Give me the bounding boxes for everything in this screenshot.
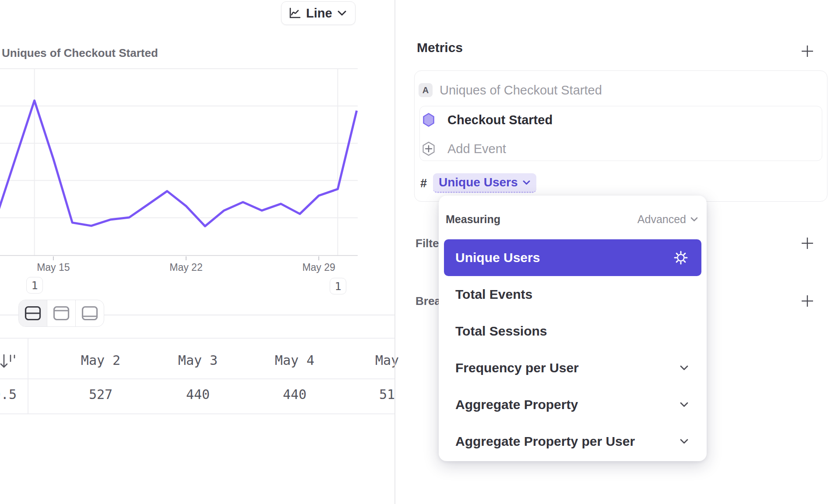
gear-icon[interactable] [673, 250, 688, 265]
sort-icon[interactable] [0, 352, 18, 371]
measuring-option-label: Aggregate Property per User [455, 434, 635, 449]
layout-top-button[interactable] [47, 300, 75, 326]
aggregation-value: Unique Users [439, 175, 518, 189]
table-cell-value: 527 [89, 387, 113, 402]
layout-toggle [18, 300, 104, 327]
chevron-down-icon [680, 439, 688, 444]
line-chart: May 15May 22May 29 [0, 0, 398, 289]
x-axis-label: May 15 [37, 262, 70, 273]
layout-split-button[interactable] [19, 300, 47, 326]
event-name[interactable]: Checkout Started [447, 113, 553, 127]
layout-bottom-button[interactable] [75, 300, 104, 326]
table-row-border [0, 413, 395, 414]
table-cell-value: 440 [186, 387, 210, 402]
annotation-count: 1 [335, 280, 341, 293]
x-axis-label: May 22 [169, 262, 202, 273]
metric-card-title[interactable]: Uniques of Checkout Started [440, 83, 602, 97]
advanced-label: Advanced [637, 213, 686, 226]
aggregation-dropdown[interactable]: Unique Users [433, 173, 536, 193]
add-metric-button[interactable] [800, 44, 815, 59]
measuring-menu: Unique UsersTotal EventsTotal SessionsFr… [444, 239, 701, 460]
chevron-down-icon [680, 365, 688, 371]
measuring-label: Measuring [446, 213, 500, 226]
add-breakdown-button[interactable] [800, 294, 815, 308]
chevron-down-icon [523, 180, 530, 185]
line-chart-canvas [0, 0, 398, 289]
metrics-section-title: Metrics [417, 40, 463, 55]
measuring-option-label: Total Sessions [455, 324, 547, 339]
measuring-option-total-events[interactable]: Total Events [444, 276, 701, 313]
measuring-option-aggregate-property-per-user[interactable]: Aggregate Property per User [444, 423, 701, 460]
split-view-icon [25, 306, 41, 321]
x-axis-label: May 29 [302, 262, 335, 273]
plus-icon [800, 44, 814, 58]
panel-divider [394, 0, 395, 504]
measuring-option-frequency-per-user[interactable]: Frequency per User [444, 350, 701, 386]
chevron-down-icon [690, 217, 698, 222]
add-filter-button[interactable] [800, 236, 815, 251]
table-column-header[interactable]: May 4 [275, 353, 314, 368]
table-column-header[interactable]: May 3 [178, 353, 218, 368]
bottom-view-icon [81, 306, 98, 321]
table-row-label: 0.5 [0, 387, 17, 402]
aggregation-hash-prefix: # [420, 177, 427, 190]
event-hexagon-icon [423, 113, 434, 127]
add-event-icon [422, 141, 435, 156]
plus-icon [800, 294, 814, 308]
top-view-icon [53, 306, 70, 321]
table-frozen-column-border [28, 338, 28, 413]
table-header-border [0, 378, 395, 379]
plus-icon [800, 236, 814, 250]
annotation-badge-right[interactable]: 1 [330, 278, 346, 294]
measuring-option-aggregate-property[interactable]: Aggregate Property [444, 386, 701, 423]
metric-letter-badge: A [419, 83, 433, 97]
series-line [0, 101, 357, 226]
chevron-down-icon [680, 402, 688, 407]
measuring-option-label: Unique Users [455, 250, 540, 265]
add-event-button[interactable]: Add Event [447, 142, 506, 156]
measuring-popover: Measuring Advanced Unique UsersTotal Eve… [439, 196, 707, 461]
table-cell-value: 440 [283, 387, 306, 402]
measuring-option-label: Total Events [455, 287, 532, 302]
measuring-option-label: Aggregate Property [455, 397, 578, 412]
measuring-option-unique-users[interactable]: Unique Users [444, 239, 701, 276]
table-column-header[interactable]: May 2 [81, 353, 120, 368]
table-top-border [0, 338, 395, 339]
measuring-option-total-sessions[interactable]: Total Sessions [444, 313, 701, 350]
annotation-badge-left[interactable]: 1 [26, 277, 43, 294]
advanced-dropdown[interactable]: Advanced [637, 213, 698, 226]
table-column-header[interactable]: May [375, 353, 399, 368]
annotation-count: 1 [31, 279, 38, 292]
measuring-option-label: Frequency per User [455, 360, 579, 375]
table-cell-value: 51 [379, 387, 395, 402]
